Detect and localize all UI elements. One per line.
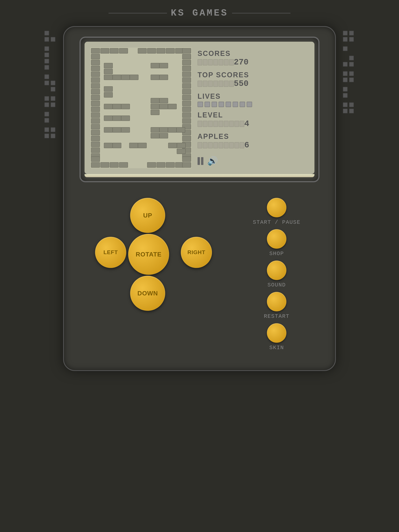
pbox: [219, 81, 223, 87]
apples-placeholders: [198, 142, 244, 148]
tc: [45, 133, 49, 138]
svg-rect-88: [168, 104, 176, 109]
pbox: [240, 142, 244, 148]
apples-value: 6: [244, 141, 249, 150]
svg-rect-91: [159, 127, 168, 133]
tc: [45, 87, 49, 92]
svg-rect-48: [182, 101, 191, 106]
svg-rect-85: [159, 98, 168, 103]
side-blocks-left: [45, 27, 56, 139]
tc: [51, 102, 55, 107]
heart-8: [247, 102, 252, 107]
skin-row: SKIN: [267, 323, 286, 351]
left-button[interactable]: LEFT: [95, 237, 126, 268]
heart-7: [240, 102, 245, 107]
tc: [45, 127, 49, 132]
pbox: [203, 121, 207, 127]
heart-1: [198, 102, 203, 107]
svg-rect-47: [182, 95, 191, 100]
svg-rect-76: [104, 143, 113, 148]
apples-section: APPLES: [198, 133, 309, 150]
lives-label: LIVES: [198, 92, 309, 101]
svg-rect-21: [91, 54, 100, 59]
svg-rect-97: [177, 143, 186, 148]
pbox: [224, 142, 229, 148]
svg-rect-63: [121, 75, 130, 80]
down-button[interactable]: DOWN: [130, 276, 165, 311]
svg-rect-73: [104, 127, 113, 133]
svg-rect-39: [91, 157, 100, 162]
top-scores-row: 550: [198, 79, 309, 89]
sound-icon[interactable]: 🔊: [207, 156, 218, 166]
level-label: LEVEL: [198, 111, 309, 119]
pause-bar-2: [201, 157, 203, 165]
level-value: 4: [244, 119, 249, 128]
tc: [45, 46, 49, 51]
svg-rect-34: [91, 130, 100, 135]
sound-label: SOUND: [268, 282, 286, 288]
tc: [349, 37, 354, 42]
pbox: [203, 142, 207, 148]
start-pause-button[interactable]: [267, 198, 286, 217]
heart-2: [205, 102, 210, 107]
top-scores-label: TOP SCORES: [198, 71, 309, 79]
pbox: [234, 142, 239, 148]
svg-rect-30: [91, 107, 100, 112]
restart-button[interactable]: [267, 292, 286, 311]
svg-rect-35: [91, 136, 100, 141]
pbox: [208, 121, 213, 127]
svg-rect-43: [182, 72, 191, 77]
tc: [51, 87, 55, 92]
right-button[interactable]: RIGHT: [181, 237, 212, 268]
svg-rect-14: [110, 162, 118, 167]
svg-rect-89: [151, 110, 159, 115]
pbox: [229, 59, 234, 65]
tc: [349, 62, 354, 67]
pbox: [229, 121, 234, 127]
svg-rect-68: [113, 104, 121, 109]
svg-rect-16: [147, 162, 156, 167]
svg-rect-80: [151, 63, 159, 68]
svg-rect-79: [138, 143, 147, 148]
svg-rect-65: [104, 86, 113, 92]
svg-rect-42: [182, 66, 191, 71]
svg-rect-8: [157, 48, 165, 53]
lives-hearts: [198, 102, 309, 107]
tc: [45, 118, 49, 123]
heart-5: [225, 102, 231, 107]
svg-rect-32: [91, 118, 100, 123]
pbox: [219, 121, 223, 127]
pbox: [224, 81, 229, 87]
svg-rect-26: [91, 83, 100, 89]
svg-rect-60: [104, 69, 113, 74]
pbox: [208, 142, 213, 148]
pbox: [198, 81, 202, 87]
svg-rect-7: [147, 48, 156, 53]
tc: [45, 102, 49, 107]
up-button[interactable]: UP: [130, 198, 165, 233]
skin-button[interactable]: [267, 323, 286, 343]
pbox: [219, 142, 223, 148]
sound-button[interactable]: [267, 260, 286, 280]
shop-button[interactable]: [267, 229, 286, 249]
tc: [343, 31, 348, 35]
svg-rect-78: [129, 143, 138, 148]
header-line-left: [109, 13, 167, 13]
pbox: [203, 81, 207, 87]
tc: [45, 37, 49, 42]
svg-rect-92: [168, 127, 176, 133]
tetro-left-4: [45, 96, 56, 108]
tc: [51, 31, 55, 35]
heart-3: [212, 102, 217, 107]
tetro-right-6: [343, 102, 354, 114]
svg-rect-3: [101, 48, 109, 53]
shop-row: SHOP: [267, 229, 286, 257]
tc: [45, 65, 49, 70]
svg-rect-51: [182, 118, 191, 123]
tc: [343, 37, 348, 42]
pbox: [224, 59, 229, 65]
tc: [51, 37, 55, 42]
rotate-button[interactable]: ROTATE: [128, 234, 169, 275]
pause-icon[interactable]: [198, 157, 203, 165]
svg-rect-71: [113, 116, 121, 121]
